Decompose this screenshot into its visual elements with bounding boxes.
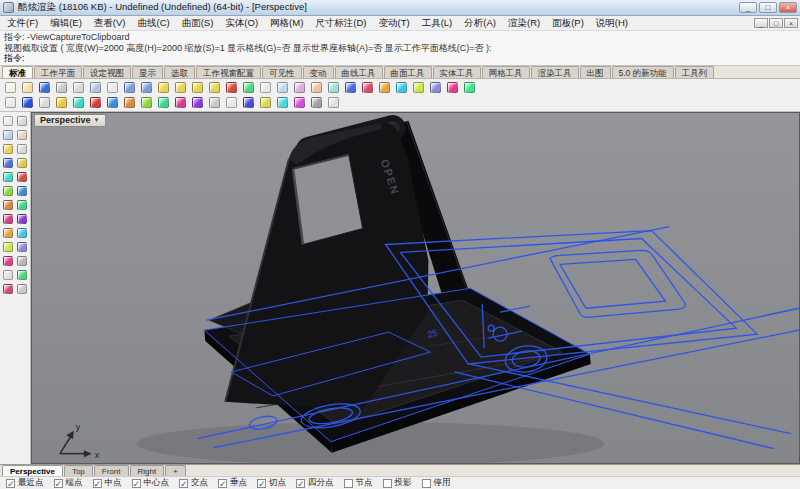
viewport-tab-[interactable]: + [165, 465, 186, 476]
zoom-window-icon[interactable] [189, 80, 206, 95]
copy-icon[interactable] [87, 80, 104, 95]
control-point-curve-icon[interactable] [36, 95, 53, 110]
circle-icon[interactable] [53, 95, 70, 110]
viewport-tab-top[interactable]: Top [64, 465, 93, 476]
boolean-union-icon[interactable] [155, 95, 172, 110]
layer-tool-icon[interactable] [15, 282, 29, 296]
toolbar-group-tab-10[interactable]: 实体工具 [433, 66, 481, 78]
single-point-icon[interactable] [2, 95, 19, 110]
explode-icon[interactable] [376, 80, 393, 95]
toolbar-group-tab-1[interactable]: 工作平面 [34, 66, 82, 78]
cut-icon[interactable] [70, 80, 87, 95]
loft-icon[interactable] [257, 95, 274, 110]
zoom-dynamic-icon[interactable] [172, 80, 189, 95]
menu-item-2[interactable]: 查看(V) [88, 17, 132, 30]
fillet-icon[interactable] [189, 95, 206, 110]
pan-view-icon[interactable] [155, 80, 172, 95]
trim-icon[interactable] [393, 80, 410, 95]
select-points-icon[interactable] [15, 114, 29, 128]
line-tool-icon[interactable] [15, 142, 29, 156]
osnap-item-2[interactable]: ✓中点 [93, 477, 122, 489]
cage-edit-icon[interactable] [291, 95, 308, 110]
split-icon[interactable] [410, 80, 427, 95]
toolbar-group-tab-11[interactable]: 网格工具 [482, 66, 530, 78]
perspective-viewport[interactable]: Perspective ▼ [31, 112, 800, 465]
toolbar-group-tab-9[interactable]: 曲面工具 [384, 66, 432, 78]
copy-object-icon[interactable] [291, 80, 308, 95]
rectangle-tool-icon[interactable] [15, 170, 29, 184]
undo-icon[interactable] [121, 80, 138, 95]
dimension-tool-icon[interactable] [15, 254, 29, 268]
text-tool-icon[interactable] [1, 268, 15, 282]
sweep-icon[interactable] [274, 95, 291, 110]
dimension-icon[interactable] [308, 95, 325, 110]
menu-item-13[interactable]: 说明(H) [590, 17, 634, 30]
zoom-extents-icon[interactable] [206, 80, 223, 95]
box-icon[interactable] [121, 95, 138, 110]
curve-tools-icon[interactable] [1, 142, 15, 156]
group-icon[interactable] [427, 80, 444, 95]
toolbar-group-tab-13[interactable]: 出图 [580, 66, 611, 78]
select-icon[interactable] [1, 114, 15, 128]
move-icon[interactable] [274, 80, 291, 95]
wireframe-view-icon[interactable] [257, 80, 274, 95]
open-file-icon[interactable] [19, 80, 36, 95]
surface-tools-icon[interactable] [1, 198, 15, 212]
polyline-tool-icon[interactable] [1, 156, 15, 170]
menu-item-6[interactable]: 网格(M) [264, 17, 309, 30]
osnap-item-1[interactable]: ✓端点 [54, 477, 83, 489]
osnap-item-3[interactable]: ✓中心点 [132, 477, 170, 489]
rotate-tool-icon[interactable] [15, 128, 29, 142]
scale-object-icon[interactable] [325, 80, 342, 95]
arc-icon[interactable] [70, 95, 87, 110]
shaded-view-icon[interactable] [240, 80, 257, 95]
freeform-curve-icon[interactable] [15, 184, 29, 198]
toolbar-group-tab-5[interactable]: 工作视窗配置 [196, 66, 261, 78]
rotate-view-icon[interactable] [223, 80, 240, 95]
doc-minimize-button[interactable]: _ [754, 18, 768, 28]
menu-item-10[interactable]: 分析(A) [458, 17, 502, 30]
toolbar-group-tab-2[interactable]: 设定视图 [83, 66, 131, 78]
help-icon[interactable] [461, 80, 478, 95]
transform-tools-icon[interactable] [1, 254, 15, 268]
solid-tools-icon[interactable] [15, 198, 29, 212]
circle-tool-icon[interactable] [15, 156, 29, 170]
menu-item-4[interactable]: 曲面(S) [176, 17, 220, 30]
analyze-tools-icon[interactable] [15, 268, 29, 282]
doc-restore-button[interactable]: □ [769, 18, 783, 28]
viewport-tab-perspective[interactable]: Perspective [2, 465, 63, 476]
sphere-icon[interactable] [104, 95, 121, 110]
osnap-item-5[interactable]: ✓垂点 [218, 477, 247, 489]
toolbar-group-tab-14[interactable]: 5.0 的新功能 [612, 66, 674, 78]
toolbar-group-tab-7[interactable]: 变动 [303, 66, 334, 78]
osnap-item-6[interactable]: ✓切点 [257, 477, 286, 489]
join-tool-icon[interactable] [15, 212, 29, 226]
toolbar-group-tab-12[interactable]: 渲染工具 [531, 66, 579, 78]
new-file-icon[interactable] [2, 80, 19, 95]
command-prompt-input[interactable]: 指令: [4, 53, 796, 64]
fillet-tool-icon[interactable] [1, 240, 15, 254]
polygon-tool-icon[interactable] [1, 184, 15, 198]
menu-item-7[interactable]: 尺寸标注(D) [309, 17, 372, 30]
maximize-button[interactable]: □ [759, 2, 777, 13]
viewport-tab-right[interactable]: Right [130, 465, 165, 476]
save-icon[interactable] [36, 80, 53, 95]
viewport-tab-front[interactable]: Front [94, 465, 129, 476]
menu-item-0[interactable]: 文件(F) [1, 17, 44, 30]
object-properties-icon[interactable] [444, 80, 461, 95]
move-tool-icon[interactable] [1, 128, 15, 142]
join-icon[interactable] [359, 80, 376, 95]
doc-close-button[interactable]: × [784, 18, 798, 28]
text-object-icon[interactable] [325, 95, 342, 110]
osnap-item-10[interactable]: 停用 [422, 477, 451, 489]
redo-icon[interactable] [138, 80, 155, 95]
close-button[interactable]: × [779, 2, 797, 13]
chamfer-icon[interactable] [206, 95, 223, 110]
toolbar-group-tab-0[interactable]: 标准 [2, 66, 33, 78]
osnap-item-9[interactable]: 投影 [383, 477, 412, 489]
toolbar-group-tab-3[interactable]: 显示 [132, 66, 163, 78]
osnap-item-0[interactable]: ✓最近点 [6, 477, 44, 489]
rectangle-icon[interactable] [87, 95, 104, 110]
toolbar-group-tab-8[interactable]: 曲线工具 [335, 66, 383, 78]
menu-item-1[interactable]: 编辑(E) [44, 17, 88, 30]
